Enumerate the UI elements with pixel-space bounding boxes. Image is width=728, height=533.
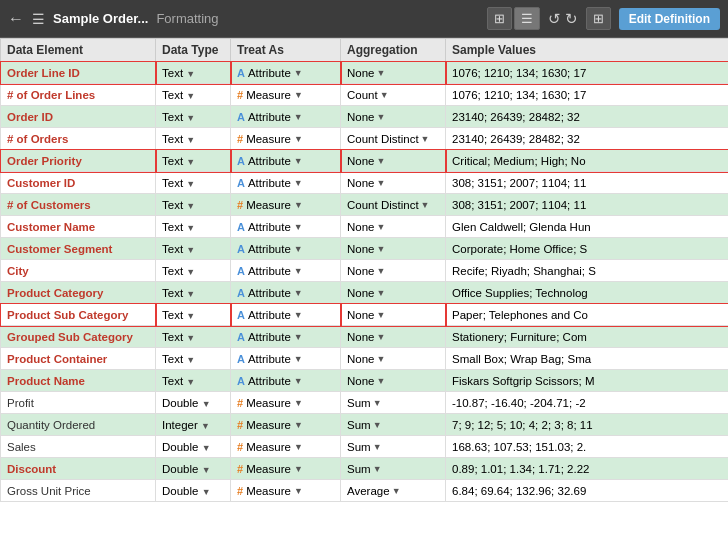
- cell-aggregation[interactable]: Average ▼: [341, 480, 446, 502]
- cell-treat-as[interactable]: # Measure ▼: [231, 84, 341, 106]
- cell-treat-as[interactable]: # Measure ▼: [231, 480, 341, 502]
- cell-treat-as[interactable]: A Attribute ▼: [231, 370, 341, 392]
- cell-treat-as[interactable]: # Measure ▼: [231, 458, 341, 480]
- cell-data-element: Product Name: [1, 370, 156, 392]
- table-row[interactable]: Customer NameText ▼A Attribute ▼None ▼Gl…: [1, 216, 729, 238]
- cell-data-type[interactable]: Text ▼: [156, 326, 231, 348]
- table-row[interactable]: Order PriorityText ▼A Attribute ▼None ▼C…: [1, 150, 729, 172]
- table-row[interactable]: Product CategoryText ▼A Attribute ▼None …: [1, 282, 729, 304]
- treat-label: Attribute: [248, 67, 291, 79]
- table-row[interactable]: Customer IDText ▼A Attribute ▼None ▼308;…: [1, 172, 729, 194]
- table-row[interactable]: Gross Unit PriceDouble ▼# Measure ▼Avera…: [1, 480, 729, 502]
- cell-data-element: Gross Unit Price: [1, 480, 156, 502]
- cell-aggregation[interactable]: None ▼: [341, 348, 446, 370]
- table-row[interactable]: ProfitDouble ▼# Measure ▼Sum ▼-10.87; -1…: [1, 392, 729, 414]
- cell-treat-as[interactable]: A Attribute ▼: [231, 326, 341, 348]
- table-row[interactable]: Order Line IDText ▼A Attribute ▼None ▼10…: [1, 62, 729, 84]
- type-label: Double: [162, 397, 198, 409]
- cell-treat-as[interactable]: A Attribute ▼: [231, 172, 341, 194]
- cell-data-type[interactable]: Text ▼: [156, 238, 231, 260]
- cell-aggregation[interactable]: None ▼: [341, 216, 446, 238]
- cell-treat-as[interactable]: # Measure ▼: [231, 194, 341, 216]
- cell-treat-as[interactable]: A Attribute ▼: [231, 62, 341, 84]
- cell-data-type[interactable]: Text ▼: [156, 106, 231, 128]
- cell-aggregation[interactable]: Count Distinct ▼: [341, 194, 446, 216]
- cell-data-type[interactable]: Text ▼: [156, 128, 231, 150]
- cell-treat-as[interactable]: # Measure ▼: [231, 436, 341, 458]
- table-row[interactable]: SalesDouble ▼# Measure ▼Sum ▼168.63; 107…: [1, 436, 729, 458]
- cell-aggregation[interactable]: Sum ▼: [341, 436, 446, 458]
- agg-dropdown-arrow: ▼: [377, 266, 386, 276]
- cell-treat-as[interactable]: A Attribute ▼: [231, 348, 341, 370]
- cell-aggregation[interactable]: None ▼: [341, 304, 446, 326]
- grid-view-button[interactable]: ⊞: [487, 7, 512, 30]
- cell-aggregation[interactable]: None ▼: [341, 172, 446, 194]
- cell-data-type[interactable]: Text ▼: [156, 194, 231, 216]
- type-label: Text: [162, 287, 183, 299]
- cell-data-type[interactable]: Text ▼: [156, 260, 231, 282]
- cell-data-type[interactable]: Text ▼: [156, 150, 231, 172]
- cell-treat-as[interactable]: # Measure ▼: [231, 128, 341, 150]
- table-row[interactable]: Order IDText ▼A Attribute ▼None ▼23140; …: [1, 106, 729, 128]
- agg-dropdown-arrow: ▼: [377, 222, 386, 232]
- table-row[interactable]: Product Sub CategoryText ▼A Attribute ▼N…: [1, 304, 729, 326]
- cell-treat-as[interactable]: A Attribute ▼: [231, 150, 341, 172]
- cell-aggregation[interactable]: Count Distinct ▼: [341, 128, 446, 150]
- cell-data-type[interactable]: Integer ▼: [156, 414, 231, 436]
- cell-treat-as[interactable]: # Measure ▼: [231, 392, 341, 414]
- table-row[interactable]: # of Order LinesText ▼# Measure ▼Count ▼…: [1, 84, 729, 106]
- edit-definition-button[interactable]: Edit Definition: [619, 8, 720, 30]
- pin-button[interactable]: ⊞: [586, 7, 611, 30]
- cell-aggregation[interactable]: Sum ▼: [341, 392, 446, 414]
- cell-aggregation[interactable]: None ▼: [341, 282, 446, 304]
- cell-aggregation[interactable]: None ▼: [341, 260, 446, 282]
- table-row[interactable]: # of OrdersText ▼# Measure ▼Count Distin…: [1, 128, 729, 150]
- table-row[interactable]: Customer SegmentText ▼A Attribute ▼None …: [1, 238, 729, 260]
- cell-data-element: Product Container: [1, 348, 156, 370]
- cell-data-type[interactable]: Double ▼: [156, 392, 231, 414]
- cell-data-type[interactable]: Double ▼: [156, 458, 231, 480]
- cell-sample-values: Paper; Telephones and Co: [446, 304, 729, 326]
- table-row[interactable]: DiscountDouble ▼# Measure ▼Sum ▼0.89; 1.…: [1, 458, 729, 480]
- cell-aggregation[interactable]: None ▼: [341, 106, 446, 128]
- cell-aggregation[interactable]: None ▼: [341, 238, 446, 260]
- cell-treat-as[interactable]: A Attribute ▼: [231, 216, 341, 238]
- cell-aggregation[interactable]: None ▼: [341, 326, 446, 348]
- undo-button[interactable]: ↺: [548, 10, 561, 28]
- cell-data-type[interactable]: Text ▼: [156, 172, 231, 194]
- cell-data-type[interactable]: Text ▼: [156, 84, 231, 106]
- cell-aggregation[interactable]: Sum ▼: [341, 458, 446, 480]
- table-row[interactable]: Product ContainerText ▼A Attribute ▼None…: [1, 348, 729, 370]
- list-view-button[interactable]: ☰: [514, 7, 540, 30]
- table-row[interactable]: CityText ▼A Attribute ▼None ▼Recife; Riy…: [1, 260, 729, 282]
- table-row[interactable]: Quantity OrderedInteger ▼# Measure ▼Sum …: [1, 414, 729, 436]
- cell-treat-as[interactable]: A Attribute ▼: [231, 260, 341, 282]
- cell-data-type[interactable]: Text ▼: [156, 216, 231, 238]
- redo-button[interactable]: ↻: [565, 10, 578, 28]
- cell-data-type[interactable]: Text ▼: [156, 348, 231, 370]
- cell-treat-as[interactable]: A Attribute ▼: [231, 304, 341, 326]
- cell-data-type[interactable]: Text ▼: [156, 370, 231, 392]
- agg-dropdown-arrow: ▼: [377, 244, 386, 254]
- cell-data-type[interactable]: Double ▼: [156, 480, 231, 502]
- cell-aggregation[interactable]: Sum ▼: [341, 414, 446, 436]
- back-button[interactable]: ←: [8, 10, 24, 28]
- cell-aggregation[interactable]: None ▼: [341, 150, 446, 172]
- table-row[interactable]: Product NameText ▼A Attribute ▼None ▼Fis…: [1, 370, 729, 392]
- table-row[interactable]: Grouped Sub CategoryText ▼A Attribute ▼N…: [1, 326, 729, 348]
- cell-treat-as[interactable]: A Attribute ▼: [231, 238, 341, 260]
- cell-aggregation[interactable]: Count ▼: [341, 84, 446, 106]
- treat-dropdown-arrow: ▼: [294, 376, 303, 386]
- cell-aggregation[interactable]: None ▼: [341, 62, 446, 84]
- cell-data-type[interactable]: Text ▼: [156, 304, 231, 326]
- cell-treat-as[interactable]: # Measure ▼: [231, 414, 341, 436]
- cell-data-type[interactable]: Text ▼: [156, 62, 231, 84]
- cell-data-type[interactable]: Double ▼: [156, 436, 231, 458]
- table-row[interactable]: # of CustomersText ▼# Measure ▼Count Dis…: [1, 194, 729, 216]
- agg-dropdown-arrow: ▼: [377, 332, 386, 342]
- cell-treat-as[interactable]: A Attribute ▼: [231, 282, 341, 304]
- treat-label: Measure: [246, 133, 291, 145]
- cell-treat-as[interactable]: A Attribute ▼: [231, 106, 341, 128]
- cell-aggregation[interactable]: None ▼: [341, 370, 446, 392]
- cell-data-type[interactable]: Text ▼: [156, 282, 231, 304]
